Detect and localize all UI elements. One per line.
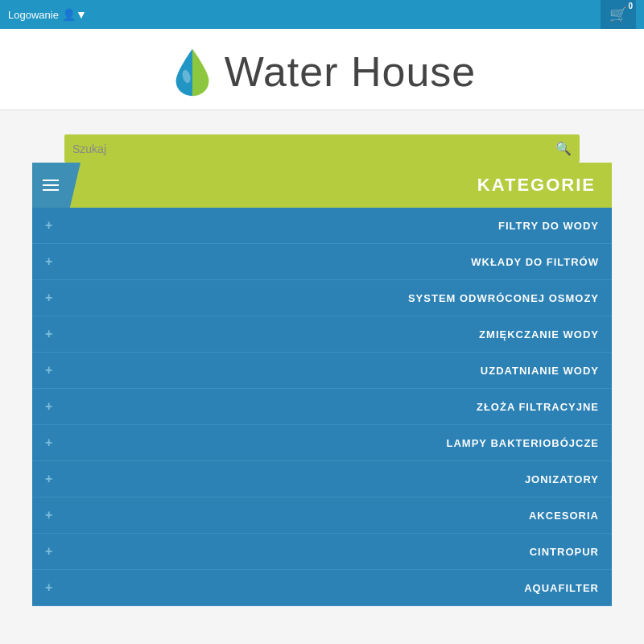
category-item[interactable]: + CINTROPUR: [32, 534, 612, 570]
category-name: ZŁOŻA FILTRACYJNE: [52, 401, 599, 413]
hamburger-line-1: [43, 180, 59, 181]
plus-icon: +: [45, 328, 52, 341]
logo-icon: [168, 45, 217, 97]
category-name: WKŁADY DO FILTRÓW: [52, 256, 599, 268]
hamburger-line-3: [43, 189, 59, 191]
category-name: FILTRY DO WODY: [52, 220, 599, 232]
cart-button[interactable]: 0 🛒: [601, 0, 636, 29]
category-name: CINTROPUR: [52, 546, 599, 558]
search-bar: 🔍: [64, 134, 580, 163]
login-link[interactable]: Logowanie 👤▼: [8, 8, 87, 21]
plus-icon: +: [45, 364, 52, 377]
category-name: SYSTEM ODWRÓCONEJ OSMOZY: [52, 292, 599, 304]
category-name: JONIZATORY: [52, 473, 599, 485]
plus-icon: +: [45, 436, 52, 449]
plus-icon: +: [45, 473, 52, 485]
category-item[interactable]: + AQUAFILTER: [32, 570, 612, 606]
plus-icon: +: [45, 400, 52, 413]
login-label: Logowanie: [8, 9, 59, 21]
category-name: AKCESORIA: [52, 510, 599, 522]
category-item[interactable]: + ZMIĘKCZANIE WODY: [32, 316, 612, 353]
plus-icon: +: [45, 545, 52, 558]
logo-container: Water House: [168, 45, 477, 97]
search-icon: 🔍: [555, 142, 572, 155]
hamburger-line-2: [43, 184, 59, 186]
plus-icon: +: [45, 255, 52, 268]
category-item[interactable]: + AKCESORIA: [32, 497, 612, 534]
category-name: UZDATNIANIE WODY: [52, 365, 599, 377]
category-item[interactable]: + WKŁADY DO FILTRÓW: [32, 244, 612, 280]
header: Water House: [0, 29, 644, 110]
category-item[interactable]: + UZDATNIANIE WODY: [32, 353, 612, 389]
category-name: ZMIĘKCZANIE WODY: [52, 328, 599, 341]
plus-icon: +: [45, 509, 52, 522]
hamburger-icon: [43, 180, 59, 191]
category-item[interactable]: + JONIZATORY: [32, 461, 612, 497]
cart-badge: 0: [628, 2, 633, 10]
top-bar: Logowanie 👤▼ 0 🛒: [0, 0, 644, 29]
category-name: LAMPY BAKTERIOBÓJCZE: [52, 437, 599, 449]
plus-icon: +: [45, 291, 52, 304]
plus-icon: +: [45, 581, 52, 594]
search-input[interactable]: [72, 142, 555, 155]
search-button[interactable]: 🔍: [555, 141, 572, 156]
category-list: + FILTRY DO WODY + WKŁADY DO FILTRÓW + S…: [32, 208, 612, 606]
category-title: KATEGORIE: [477, 175, 612, 196]
plus-icon: +: [45, 219, 52, 232]
logo-text: Water House: [225, 47, 477, 96]
main-content: 🔍 KATEGORIE + FILTRY DO WODY + WKŁADY DO…: [32, 134, 612, 606]
category-item[interactable]: + LAMPY BAKTERIOBÓJCZE: [32, 425, 612, 461]
category-item[interactable]: + ZŁOŻA FILTRACYJNE: [32, 389, 612, 425]
menu-button[interactable]: [32, 163, 80, 208]
category-name: AQUAFILTER: [52, 582, 599, 594]
cart-icon: 🛒: [609, 6, 627, 23]
category-item[interactable]: + SYSTEM ODWRÓCONEJ OSMOZY: [32, 280, 612, 316]
user-icon: 👤▼: [62, 8, 87, 21]
category-item[interactable]: + FILTRY DO WODY: [32, 208, 612, 244]
category-header: KATEGORIE: [32, 163, 612, 208]
